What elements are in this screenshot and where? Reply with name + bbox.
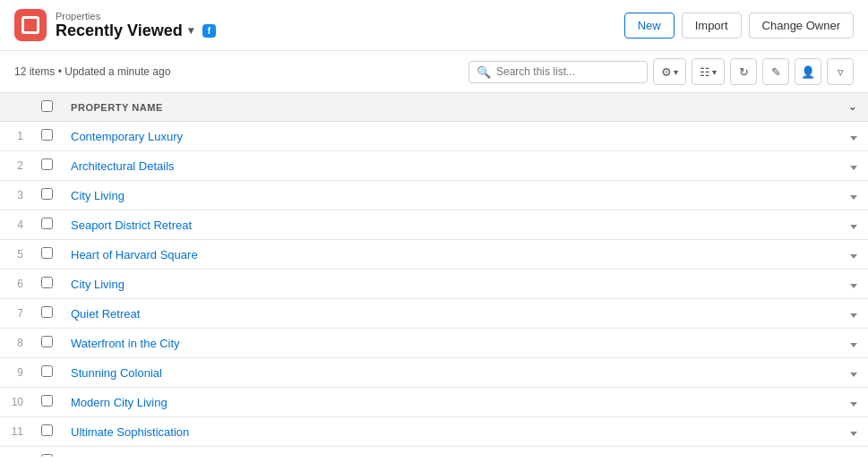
row-checkbox-cell[interactable] bbox=[32, 299, 62, 329]
refresh-button[interactable]: ↻ bbox=[730, 58, 757, 85]
settings-button[interactable]: ⚙ ▾ bbox=[653, 58, 686, 85]
row-checkbox-cell[interactable] bbox=[32, 270, 62, 299]
row-expand-cell[interactable] bbox=[839, 122, 868, 151]
row-expand-cell[interactable] bbox=[839, 240, 868, 270]
property-name-cell: City Living bbox=[62, 181, 839, 210]
row-number: 9 bbox=[0, 358, 32, 388]
import-button[interactable]: Import bbox=[682, 13, 742, 39]
refresh-icon: ↻ bbox=[739, 65, 749, 79]
row-expand-icon[interactable] bbox=[850, 254, 857, 259]
row-expand-icon[interactable] bbox=[850, 195, 857, 200]
table-row: 8 Waterfront in the City bbox=[0, 329, 868, 358]
row-expand-cell[interactable] bbox=[839, 388, 868, 417]
row-checkbox-cell[interactable] bbox=[32, 151, 62, 181]
row-expand-icon[interactable] bbox=[850, 136, 857, 141]
app-icon bbox=[14, 9, 47, 41]
row-expand-icon[interactable] bbox=[850, 166, 857, 170]
row-expand-cell[interactable] bbox=[839, 358, 868, 388]
row-expand-cell[interactable] bbox=[839, 210, 868, 240]
row-expand-cell[interactable] bbox=[839, 181, 868, 210]
row-checkbox[interactable] bbox=[41, 158, 53, 170]
search-box[interactable]: 🔍 bbox=[468, 61, 648, 83]
row-checkbox-cell[interactable] bbox=[32, 447, 62, 458]
property-name-link[interactable]: Stunning Victorian bbox=[71, 455, 165, 458]
row-checkbox[interactable] bbox=[41, 218, 53, 229]
row-checkbox[interactable] bbox=[41, 188, 53, 200]
expand-icon: ⌄ bbox=[848, 101, 857, 112]
row-checkbox-cell[interactable] bbox=[32, 210, 62, 240]
columns-button[interactable]: ☷ ▾ bbox=[692, 58, 725, 85]
property-name-header: PROPERTY NAME bbox=[62, 93, 839, 122]
property-name-link[interactable]: Waterfront in the City bbox=[71, 337, 180, 350]
columns-icon: ☷ bbox=[700, 65, 710, 79]
view-name-label: Recently Viewed bbox=[56, 21, 183, 40]
row-checkbox-cell[interactable] bbox=[32, 181, 62, 210]
pencil-icon: ✎ bbox=[771, 65, 781, 79]
property-name-link[interactable]: City Living bbox=[71, 278, 125, 291]
row-expand-icon[interactable] bbox=[850, 343, 857, 347]
checkbox-header[interactable] bbox=[32, 93, 62, 122]
property-name-link[interactable]: Seaport District Retreat bbox=[71, 218, 192, 232]
row-checkbox-cell[interactable] bbox=[32, 240, 62, 270]
filter-button[interactable]: ▿ bbox=[827, 58, 854, 85]
change-owner-button[interactable]: Change Owner bbox=[749, 13, 854, 39]
row-checkbox-cell[interactable] bbox=[32, 417, 62, 447]
row-expand-cell[interactable] bbox=[839, 329, 868, 358]
property-name-link[interactable]: Contemporary Luxury bbox=[71, 130, 183, 143]
row-checkbox-cell[interactable] bbox=[32, 388, 62, 417]
table-row: 6 City Living bbox=[0, 270, 868, 299]
properties-table: PROPERTY NAME ⌄ 1 Contemporary Luxury 2 bbox=[0, 93, 868, 457]
property-name-cell: Heart of Harvard Square bbox=[62, 240, 839, 270]
row-expand-icon[interactable] bbox=[850, 373, 857, 377]
property-name-link[interactable]: Modern City Living bbox=[71, 396, 168, 409]
header-actions: New Import Change Owner bbox=[624, 13, 854, 39]
row-expand-cell[interactable] bbox=[839, 151, 868, 181]
row-checkbox[interactable] bbox=[41, 277, 53, 288]
row-checkbox[interactable] bbox=[41, 336, 53, 347]
row-checkbox[interactable] bbox=[41, 395, 53, 407]
row-checkbox[interactable] bbox=[41, 365, 53, 377]
columns-dropdown-icon: ▾ bbox=[712, 67, 717, 77]
row-expand-cell[interactable] bbox=[839, 447, 868, 458]
row-expand-icon[interactable] bbox=[850, 313, 857, 318]
row-number: 2 bbox=[0, 151, 32, 181]
property-name-cell: Contemporary Luxury bbox=[62, 122, 839, 151]
row-checkbox[interactable] bbox=[41, 306, 53, 318]
row-number: 7 bbox=[0, 299, 32, 329]
row-expand-icon[interactable] bbox=[850, 402, 857, 407]
row-checkbox-cell[interactable] bbox=[32, 329, 62, 358]
property-name-link[interactable]: Ultimate Sophistication bbox=[71, 425, 189, 439]
share-button[interactable]: 👤 bbox=[795, 58, 821, 85]
row-checkbox[interactable] bbox=[41, 454, 53, 457]
row-expand-cell[interactable] bbox=[839, 417, 868, 447]
property-name-link[interactable]: Quiet Retreat bbox=[71, 307, 140, 321]
row-checkbox[interactable] bbox=[41, 424, 53, 436]
property-name-cell: Seaport District Retreat bbox=[62, 210, 839, 240]
view-name-dropdown-icon[interactable]: ▾ bbox=[188, 24, 193, 37]
property-name-link[interactable]: City Living bbox=[71, 189, 125, 202]
select-all-checkbox[interactable] bbox=[41, 100, 53, 112]
table-row: 7 Quiet Retreat bbox=[0, 299, 868, 329]
row-checkbox-cell[interactable] bbox=[32, 122, 62, 151]
row-checkbox[interactable] bbox=[41, 129, 53, 141]
view-name-row: Recently Viewed ▾ f bbox=[56, 21, 216, 40]
header-left: Properties Recently Viewed ▾ f bbox=[14, 9, 216, 41]
property-name-link[interactable]: Heart of Harvard Square bbox=[71, 248, 198, 261]
row-checkbox-cell[interactable] bbox=[32, 358, 62, 388]
property-name-cell: Ultimate Sophistication bbox=[62, 417, 839, 447]
property-name-link[interactable]: Stunning Colonial bbox=[71, 366, 162, 380]
property-name-cell: Quiet Retreat bbox=[62, 299, 839, 329]
row-num-header bbox=[0, 93, 32, 122]
search-input[interactable] bbox=[496, 65, 640, 78]
table-header-row: PROPERTY NAME ⌄ bbox=[0, 93, 868, 122]
row-checkbox[interactable] bbox=[41, 247, 53, 259]
row-expand-cell[interactable] bbox=[839, 299, 868, 329]
row-expand-icon[interactable] bbox=[850, 284, 857, 288]
row-number: 6 bbox=[0, 270, 32, 299]
row-expand-icon[interactable] bbox=[850, 432, 857, 436]
property-name-link[interactable]: Architectural Details bbox=[71, 159, 175, 173]
new-button[interactable]: New bbox=[624, 13, 675, 39]
row-expand-cell[interactable] bbox=[839, 270, 868, 299]
edit-button[interactable]: ✎ bbox=[762, 58, 789, 85]
row-expand-icon[interactable] bbox=[850, 225, 857, 229]
